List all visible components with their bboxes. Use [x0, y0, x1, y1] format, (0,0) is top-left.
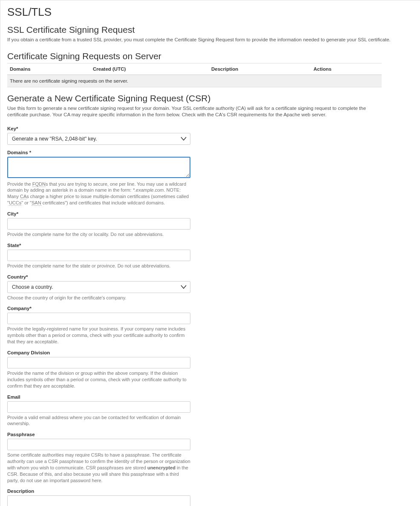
table-empty-row: There are no certificate signing request… [7, 75, 382, 87]
email-hint: Provide a valid email address where you … [7, 414, 191, 427]
state-label: State* [7, 243, 191, 248]
col-domains: Domains [7, 63, 90, 75]
country-label: Country* [7, 274, 191, 279]
section-on-server-title: Certificate Signing Requests on Server [7, 51, 413, 61]
col-description: Description [209, 63, 311, 75]
email-input[interactable] [7, 401, 190, 413]
company-division-input[interactable] [7, 357, 190, 368]
passphrase-input[interactable] [7, 439, 190, 450]
key-label: Key* [7, 126, 191, 131]
section-generate-intro: Use this form to generate a new certific… [7, 105, 382, 118]
description-label: Description [7, 489, 191, 494]
country-hint: Choose the country of origin for the cer… [7, 295, 191, 301]
key-select[interactable]: Generate a new "RSA, 2,048-bit" key. [7, 133, 190, 145]
city-input[interactable] [7, 218, 190, 230]
section-csr-request-intro: If you obtain a certificate from a trust… [7, 37, 413, 43]
state-hint: Provide the complete name for the state … [7, 263, 191, 269]
section-csr-request-title: SSL Certificate Signing Request [7, 25, 413, 35]
passphrase-hint: Some certificate authorities may require… [7, 452, 191, 483]
col-created: Created (UTC) [90, 63, 209, 75]
email-label: Email [7, 394, 191, 400]
company-label: Company* [7, 306, 191, 311]
domains-textarea[interactable] [7, 157, 190, 178]
state-input[interactable] [7, 250, 190, 261]
section-generate-title: Generate a New Certificate Signing Reque… [7, 93, 413, 104]
company-input[interactable] [7, 313, 190, 324]
page-title: SSL/TLS [7, 6, 413, 19]
table-empty-message: There are no certificate signing request… [7, 75, 382, 87]
city-hint: Provide the complete name for the city o… [7, 231, 191, 238]
csr-form: Key* Generate a new "RSA, 2,048-bit" key… [7, 126, 191, 506]
country-select[interactable]: Choose a country. [7, 281, 190, 293]
city-label: City* [7, 211, 191, 216]
company-hint: Provide the legally-registered name for … [7, 326, 191, 345]
company-division-label: Company Division [7, 350, 191, 355]
csr-table: Domains Created (UTC) Description Action… [7, 63, 382, 87]
company-division-hint: Provide the name of the division or grou… [7, 370, 191, 389]
domains-hint: Provide the FQDNs that you are trying to… [7, 181, 191, 206]
passphrase-label: Passphrase [7, 432, 191, 437]
col-actions: Actions [311, 63, 382, 75]
description-textarea[interactable] [7, 495, 190, 506]
domains-label: Domains * [7, 150, 191, 155]
